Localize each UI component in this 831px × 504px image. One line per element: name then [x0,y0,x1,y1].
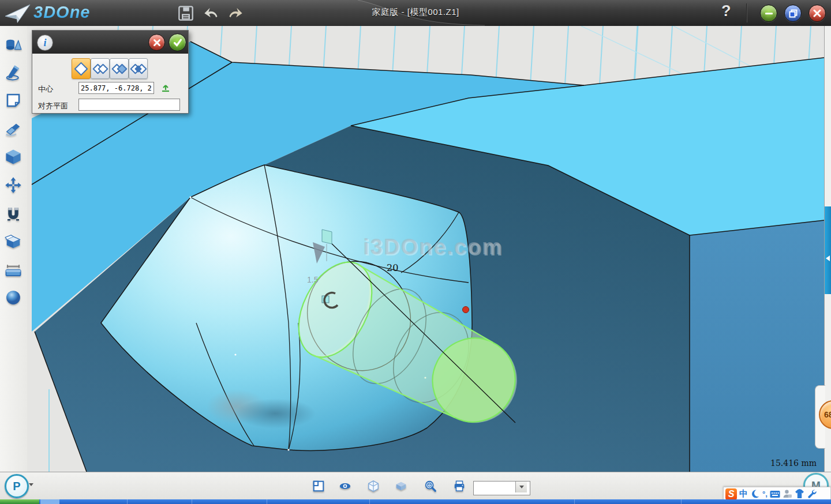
profile-badge-letter: P [13,480,20,493]
save-icon[interactable] [178,5,194,21]
paper-plane-logo-icon [3,2,32,24]
application-window: 3DOne 家庭版 - [模型001.Z1] ? [0,0,831,504]
left-toolbar [0,26,28,472]
measure-readout: 15.416 mm [770,458,817,468]
titlebar-separator [746,3,747,22]
ime-settings-wrench-icon[interactable] [807,489,817,499]
pick-point-arrow-icon[interactable] [160,82,171,93]
axis-flag-handle[interactable] [322,230,332,244]
open-box-icon[interactable] [5,233,22,250]
visibility-eye-icon[interactable] [339,480,351,492]
measure-icon[interactable] [5,261,22,279]
bottom-toolbar [0,472,831,500]
mode-midpoint-button[interactable] [129,58,148,79]
shaded-display-icon[interactable] [395,480,407,492]
ime-user-icon[interactable] [783,489,792,499]
magnet-assembly-icon[interactable] [5,205,22,222]
ime-fullhalf-moon-icon[interactable] [750,489,760,499]
slab-front-face [690,220,824,472]
mode-point-offset-button[interactable] [110,58,129,79]
print-icon[interactable] [453,480,466,492]
zoom-icon[interactable] [424,480,437,492]
close-button[interactable] [808,5,826,22]
close-icon [813,9,821,17]
app-name: 3DOne [33,3,90,22]
center-label: 中心 [38,84,53,95]
ime-keyboard-icon[interactable] [770,490,780,499]
taskbar-divider [681,499,682,504]
badge-value: 68 [824,410,831,419]
taskbar-divider [574,499,575,504]
center-input[interactable] [78,82,154,94]
insert-cylinder-dialog: i 中心 对齐平面 [32,30,189,114]
windows-taskbar-edge[interactable] [0,499,831,504]
ime-punctuation-toggle[interactable]: °, [762,490,768,498]
taskbar-quicklaunch-edge[interactable] [40,499,59,504]
view-plane-icon[interactable] [312,480,325,492]
profile-dropdown-arrow-icon[interactable] [29,483,33,486]
wireframe-display-icon[interactable] [367,480,380,492]
align-plane-input[interactable] [78,99,180,111]
mode-two-point-button[interactable] [91,58,110,79]
combo-arrow-icon [519,486,524,488]
restore-button[interactable] [784,5,802,22]
align-plane-label: 对齐平面 [38,101,68,111]
minimize-icon [765,13,773,14]
cancel-x-icon [153,39,161,47]
restore-icon [789,9,798,18]
dimension-label: 20 [387,262,398,273]
sogou-logo-icon[interactable]: S [725,488,737,500]
watermark: i3DOne.com [363,235,503,259]
title-bar: 3DOne 家庭版 - [模型001.Z1] ? [0,0,831,27]
minimize-button[interactable] [760,5,777,22]
document-title: 家庭版 - [模型001.Z1] [372,7,459,18]
help-button[interactable]: ? [721,2,731,20]
move-tool-icon[interactable] [5,176,22,194]
ime-skin-shirt-icon[interactable] [795,489,804,499]
redo-icon[interactable] [227,5,244,21]
taskbar-divider [369,499,370,504]
eraser-edit-icon[interactable] [5,119,22,137]
dialog-cancel-button[interactable] [148,34,165,51]
mode-center-point-button[interactable] [72,58,91,79]
drag-point-handle[interactable] [463,307,469,313]
dialog-header[interactable]: i [32,31,188,54]
view-combo-dropdown-button[interactable] [515,482,527,492]
panel-collapse-arrow-icon[interactable] [826,255,830,261]
profile-badge[interactable]: P [5,474,29,498]
taskbar-divider [192,499,192,504]
confirm-check-icon [173,38,182,47]
taskbar-divider [267,499,267,504]
render-sphere-icon[interactable] [5,289,22,306]
feature-cube-icon[interactable] [5,148,22,166]
diamond-icon [74,62,88,76]
info-icon: i [37,35,53,51]
dialog-confirm-button[interactable] [169,33,186,51]
taskbar-divider [127,499,128,504]
shadow-smudge [235,398,316,428]
right-panel-active-zone[interactable] [825,206,831,294]
ime-language-toggle[interactable]: 中 [739,488,748,499]
primitive-shapes-icon[interactable] [5,36,22,54]
radius-label: 1.5 [307,275,319,284]
taskbar-start-edge[interactable] [0,499,39,504]
sketch-pencil-icon[interactable] [5,64,22,81]
undo-icon[interactable] [203,5,219,21]
sketch-plane-icon[interactable] [5,92,22,109]
